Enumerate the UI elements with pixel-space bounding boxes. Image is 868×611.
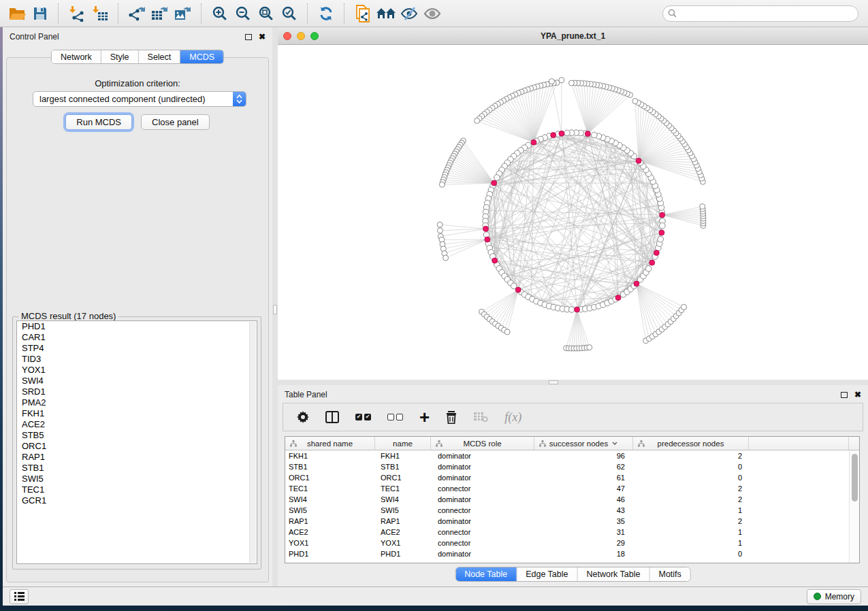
mcds-result-item[interactable]: STP4 [17,343,257,354]
hub-node[interactable] [559,131,564,136]
fan-node[interactable] [443,255,449,261]
mcds-result-item[interactable]: STB1 [17,463,257,474]
hub-node[interactable] [492,258,498,263]
tab-select[interactable]: Select [139,50,181,63]
mcds-result-item[interactable]: SWI5 [17,474,257,484]
column-header-successor-nodes[interactable]: successor nodes [534,437,633,450]
close-panel-button[interactable]: Close panel [141,114,210,130]
gear-icon[interactable] [297,411,309,423]
tab-motifs[interactable]: Motifs [649,567,690,581]
ring-node[interactable] [660,222,666,229]
fan-node[interactable] [568,80,574,86]
mcds-result-item[interactable]: SWI4 [17,376,257,386]
mcds-result-item[interactable]: FKH1 [17,408,257,419]
divider-grip[interactable] [273,305,277,314]
hub-node[interactable] [634,281,639,286]
hub-node[interactable] [659,230,664,235]
export-network-icon[interactable] [125,3,148,24]
mcds-result-item[interactable]: YOX1 [17,365,257,376]
fan-node[interactable] [549,79,554,84]
hub-node[interactable] [551,133,556,138]
mcds-result-item[interactable]: PHD1 [17,321,257,332]
ring-node[interactable] [564,130,570,136]
hub-node[interactable] [636,158,641,163]
table-row[interactable]: ORC1ORC1dominator610 [285,472,849,483]
criterion-select[interactable]: largest connected component (undirected) [33,91,246,107]
list-scrollbar[interactable] [249,322,256,563]
run-mcds-button[interactable]: Run MCDS [65,114,132,130]
column-header-shared-name[interactable]: shared name [285,437,375,450]
window-minimize-icon[interactable] [297,32,305,40]
network-view[interactable] [278,45,868,380]
open-file-icon[interactable] [5,3,29,24]
hub-node[interactable] [585,131,590,137]
tab-style[interactable]: Style [101,50,139,63]
column-header-MCDS-role[interactable]: MCDS role [431,437,534,450]
export-table-icon[interactable] [148,3,172,24]
memory-button[interactable]: Memory [807,589,861,604]
window-close-icon[interactable] [283,32,291,40]
zoom-out-icon[interactable] [231,3,255,24]
import-network-icon[interactable] [65,3,89,24]
close-panel-icon[interactable]: ✖ [259,33,266,41]
table-row[interactable]: RAP1RAP1dominator352 [285,516,849,527]
scrollbar-thumb[interactable] [852,454,858,501]
mcds-result-item[interactable]: TEC1 [17,484,257,495]
horizontal-split-divider[interactable] [278,380,868,385]
fan-node[interactable] [681,304,687,310]
tab-node-table[interactable]: Node Table [455,567,517,581]
delete-column-icon[interactable] [446,411,457,424]
hub-node[interactable] [654,250,659,256]
divider-grip[interactable] [549,380,558,384]
save-session-icon[interactable] [29,3,52,24]
hub-node[interactable] [531,139,536,145]
zoom-fit-icon[interactable] [255,3,278,24]
fan-node[interactable] [632,99,638,104]
zoom-in-icon[interactable] [208,3,231,24]
search-input[interactable] [679,7,858,20]
fan-node[interactable] [504,329,510,335]
show-graphics-icon[interactable] [421,3,444,24]
table-row[interactable]: STB1STB1dominator620 [285,461,849,472]
tab-network[interactable]: Network [52,50,101,63]
mcds-result-item[interactable]: ACE2 [17,419,257,430]
fan-node[interactable] [437,222,443,227]
hub-node[interactable] [615,295,621,301]
hub-node[interactable] [660,212,665,218]
table-row[interactable]: FKH1FKH1dominator962 [285,450,849,461]
table-row[interactable]: SWI4SWI4dominator462 [285,494,849,505]
fan-node[interactable] [700,203,705,209]
fan-node[interactable] [587,345,592,350]
float-panel-icon[interactable] [841,392,848,398]
vertical-split-divider[interactable] [272,27,278,587]
export-image-icon[interactable] [172,3,195,24]
table-row[interactable]: TEC1TEC1connector472 [285,483,849,494]
hub-node[interactable] [649,260,655,265]
table-row[interactable]: PHD1PHD1dominator180 [285,548,849,559]
split-columns-icon[interactable] [325,411,339,423]
ring-node[interactable] [494,175,500,181]
float-panel-icon[interactable] [245,34,252,40]
ring-node[interactable] [568,307,575,313]
deselect-all-icon[interactable] [387,414,403,420]
mcds-result-item[interactable]: SRD1 [17,386,257,397]
mcds-result-item[interactable]: ORC1 [17,441,257,452]
ring-node[interactable] [592,132,598,138]
table-row[interactable]: SWI5SWI5connector431 [285,505,849,516]
task-history-button[interactable] [10,589,29,604]
search-field[interactable] [662,5,858,22]
hide-graphics-icon[interactable] [398,3,421,24]
table-scrollbar[interactable] [849,450,859,563]
select-all-icon[interactable]: ✔✔ [355,414,371,420]
mcds-result-item[interactable]: CAR1 [17,332,257,343]
network-canvas[interactable] [278,45,868,380]
mcds-result-item[interactable]: GCR1 [17,495,257,506]
zoom-selected-icon[interactable] [278,3,301,24]
hub-node[interactable] [485,237,490,242]
hub-node[interactable] [492,180,497,186]
mcds-result-item[interactable]: PMA2 [17,397,257,408]
table-row[interactable]: YOX1YOX1connector291 [285,538,849,548]
session-home-icon[interactable] [374,3,398,24]
column-header-name[interactable]: name [375,437,431,450]
fan-node[interactable] [559,78,564,83]
